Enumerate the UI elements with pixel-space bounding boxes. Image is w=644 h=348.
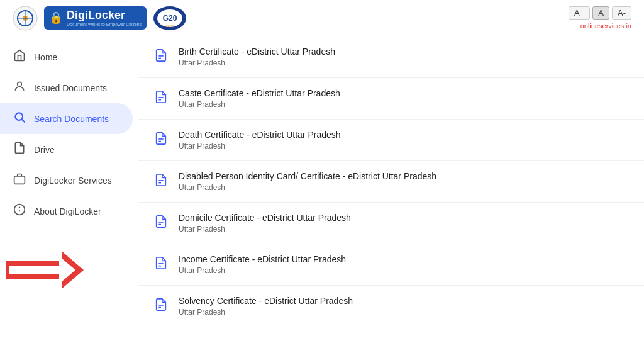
header-right: A+ A A- onlineservices.in: [569, 6, 631, 30]
doc-info-caste: Caste Certificate - eDistrict Uttar Prad…: [179, 88, 629, 109]
sidebar-item-digilocker-services[interactable]: DigiLocker Services: [0, 165, 138, 196]
doc-info-disabled: Disabled Person Identity Card/ Certifica…: [179, 171, 629, 192]
doc-item-solvency-cert[interactable]: Solvency Certificate - eDistrict Uttar P…: [138, 286, 644, 327]
issued-docs-icon: [13, 80, 26, 96]
search-icon: [13, 111, 26, 126]
doc-subtitle-disabled: Uttar Pradesh: [179, 183, 629, 192]
svg-text:INDIA: INDIA: [166, 24, 175, 28]
doc-info-income: Income Certificate - eDistrict Uttar Pra…: [179, 254, 629, 275]
sidebar-item-search-label: Search Documents: [34, 114, 109, 124]
svg-text:G20: G20: [163, 14, 177, 23]
doc-icon-domicile: [153, 215, 169, 232]
doc-title-income: Income Certificate - eDistrict Uttar Pra…: [179, 254, 629, 264]
services-icon: [13, 172, 26, 188]
font-normal-button[interactable]: A: [592, 6, 609, 20]
doc-subtitle-domicile: Uttar Pradesh: [179, 225, 629, 233]
about-icon: [13, 203, 26, 219]
doc-info-death: Death Certificate - eDistrict Uttar Prad…: [179, 130, 629, 150]
doc-title-birth: Birth Certificate - eDistrict Uttar Prad…: [179, 47, 629, 57]
doc-item-income-cert[interactable]: Income Certificate - eDistrict Uttar Pra…: [138, 244, 644, 286]
lock-icon: 🔒: [49, 11, 63, 25]
font-decrease-button[interactable]: A-: [612, 6, 631, 20]
drive-icon: [13, 142, 26, 157]
doc-title-death: Death Certificate - eDistrict Uttar Prad…: [179, 130, 629, 140]
red-arrow-shape: [6, 251, 82, 289]
watermark-text: onlineservices.in: [580, 22, 631, 30]
header-logos: 🔒 DigiLocker Document Wallet to Empower …: [13, 6, 187, 31]
home-icon: [13, 49, 26, 65]
document-list: Birth Certificate - eDistrict Uttar Prad…: [138, 36, 644, 327]
sidebar-item-home-label: Home: [34, 52, 57, 62]
sidebar-item-issued-documents[interactable]: Issued Documents: [0, 72, 138, 103]
doc-subtitle-solvency: Uttar Pradesh: [179, 308, 629, 317]
doc-subtitle-caste: Uttar Pradesh: [179, 100, 629, 109]
doc-info-birth: Birth Certificate - eDistrict Uttar Prad…: [179, 47, 629, 67]
doc-title-solvency: Solvency Certificate - eDistrict Uttar P…: [179, 296, 629, 306]
doc-subtitle-income: Uttar Pradesh: [179, 266, 629, 275]
doc-icon-income: [153, 256, 169, 274]
arrow-annotation: [6, 251, 82, 291]
doc-item-domicile-cert[interactable]: Domicile Certificate - eDistrict Uttar P…: [138, 203, 644, 244]
digilocker-logo: 🔒 DigiLocker Document Wallet to Empower …: [44, 6, 147, 30]
font-size-controls: A+ A A-: [569, 6, 631, 20]
logo-text: DigiLocker: [67, 9, 125, 21]
doc-item-death-cert[interactable]: Death Certificate - eDistrict Uttar Prad…: [138, 120, 644, 161]
doc-title-caste: Caste Certificate - eDistrict Uttar Prad…: [179, 88, 629, 98]
doc-icon-disabled: [153, 173, 169, 191]
main-layout: Home Issued Documents Search Documents: [0, 36, 644, 348]
logo-subtitle: Document Wallet to Empower Citizens: [67, 22, 142, 27]
doc-item-disabled-cert[interactable]: Disabled Person Identity Card/ Certifica…: [138, 161, 644, 203]
sidebar-item-search-documents[interactable]: Search Documents: [0, 103, 133, 134]
sidebar-item-drive[interactable]: Drive: [0, 134, 138, 165]
document-list-container: Birth Certificate - eDistrict Uttar Prad…: [138, 36, 644, 348]
sidebar-item-issued-label: Issued Documents: [34, 83, 107, 93]
doc-info-solvency: Solvency Certificate - eDistrict Uttar P…: [179, 296, 629, 317]
doc-info-domicile: Domicile Certificate - eDistrict Uttar P…: [179, 213, 629, 233]
sidebar: Home Issued Documents Search Documents: [0, 36, 138, 348]
doc-item-caste-cert[interactable]: Caste Certificate - eDistrict Uttar Prad…: [138, 78, 644, 120]
g20-badge: G20 INDIA: [153, 6, 187, 31]
sidebar-item-services-label: DigiLocker Services: [34, 176, 112, 186]
doc-subtitle-birth: Uttar Pradesh: [179, 59, 629, 67]
font-increase-button[interactable]: A+: [569, 6, 590, 20]
sidebar-item-about[interactable]: About DigiLocker: [0, 196, 138, 227]
svg-point-9: [18, 82, 22, 86]
doc-icon-death: [153, 132, 169, 149]
sidebar-item-about-label: About DigiLocker: [34, 206, 101, 216]
doc-icon-solvency: [153, 298, 169, 315]
doc-title-domicile: Domicile Certificate - eDistrict Uttar P…: [179, 213, 629, 223]
doc-subtitle-death: Uttar Pradesh: [179, 142, 629, 150]
doc-icon-caste: [153, 90, 169, 108]
svg-point-10: [15, 113, 23, 120]
doc-item-birth-cert[interactable]: Birth Certificate - eDistrict Uttar Prad…: [138, 36, 644, 78]
sidebar-item-drive-label: Drive: [34, 145, 55, 155]
emblem-icon: [13, 6, 38, 31]
svg-rect-12: [14, 176, 25, 184]
sidebar-item-home[interactable]: Home: [0, 42, 138, 72]
header: 🔒 DigiLocker Document Wallet to Empower …: [0, 0, 644, 36]
svg-line-11: [22, 120, 25, 123]
doc-icon-birth: [153, 48, 169, 66]
doc-title-disabled: Disabled Person Identity Card/ Certifica…: [179, 171, 629, 181]
